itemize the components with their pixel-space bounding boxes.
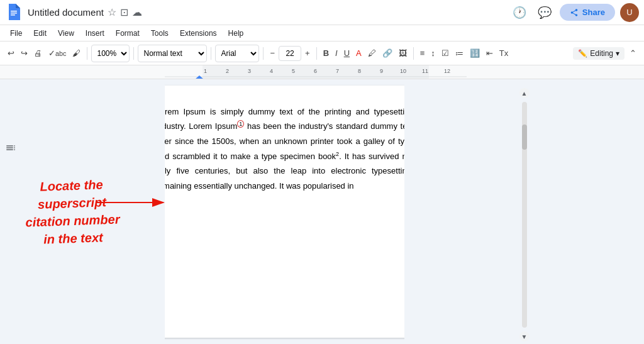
- svg-text:2: 2: [226, 68, 229, 74]
- sep4: [263, 47, 264, 60]
- doc-title[interactable]: Untitled document: [28, 7, 104, 18]
- link-button[interactable]: 🔗: [380, 45, 395, 62]
- svg-rect-3: [11, 14, 15, 16]
- redo-button[interactable]: ↪: [18, 45, 30, 62]
- menu-insert[interactable]: Insert: [80, 28, 109, 39]
- scrollbar-track[interactable]: [522, 102, 527, 328]
- menu-format[interactable]: Format: [111, 28, 145, 39]
- title-actions: ☆ ⊡ ☁: [108, 6, 142, 18]
- italic-button[interactable]: I: [333, 45, 340, 62]
- menu-view[interactable]: View: [53, 28, 79, 39]
- clear-format-button[interactable]: Tx: [497, 45, 511, 62]
- image-button[interactable]: 🖼: [396, 45, 409, 62]
- cloud-icon[interactable]: ☁: [132, 6, 142, 18]
- paint-format-button[interactable]: 🖌: [70, 45, 83, 62]
- document-page[interactable]: Lorem Ipsum is simply dummy text of the …: [165, 86, 404, 338]
- outline-toggle[interactable]: [5, 142, 16, 156]
- font-size-decrease-button[interactable]: −: [267, 45, 277, 62]
- sep6: [413, 47, 414, 60]
- sep2: [133, 47, 134, 60]
- svg-text:9: 9: [380, 68, 383, 74]
- indent-decrease-button[interactable]: ⇤: [484, 45, 496, 62]
- bullet-list-button[interactable]: ≔: [453, 45, 466, 62]
- svg-text:12: 12: [444, 68, 450, 74]
- svg-rect-1: [11, 11, 17, 12]
- svg-text:7: 7: [336, 68, 339, 74]
- highlight-button[interactable]: 🖊: [365, 45, 379, 62]
- bold-button[interactable]: B: [321, 45, 331, 62]
- share-label: Share: [582, 8, 605, 17]
- main-content: Locate the superscript citation number i…: [0, 79, 644, 344]
- document-text: Lorem Ipsum is simply dummy text of the …: [165, 104, 404, 193]
- ruler: // rendered via inline marks below 1 2 3…: [0, 65, 644, 79]
- svg-text:4: 4: [270, 68, 273, 74]
- svg-text:6: 6: [314, 68, 317, 74]
- svg-text:1: 1: [204, 68, 207, 74]
- undo-button[interactable]: ↩: [5, 45, 17, 62]
- text-color-button[interactable]: A: [353, 45, 364, 62]
- menu-help[interactable]: Help: [223, 28, 249, 39]
- spellcheck-button[interactable]: ✓abc: [46, 45, 69, 62]
- toolbar: ↩ ↪ 🖨 ✓abc 🖌 100% Normal text Arial − 22…: [0, 42, 644, 65]
- docs-icon: [5, 3, 23, 23]
- share-button[interactable]: Share: [560, 4, 615, 21]
- menu-file[interactable]: File: [5, 28, 27, 39]
- editing-mode-chevron: ▾: [616, 49, 619, 58]
- svg-text:10: 10: [400, 68, 406, 74]
- svg-text:11: 11: [422, 68, 428, 74]
- checklist-button[interactable]: ☑: [439, 45, 452, 62]
- menu-edit[interactable]: Edit: [28, 28, 52, 39]
- menu-extensions[interactable]: Extensions: [175, 28, 222, 39]
- save-status-icon[interactable]: ⊡: [120, 6, 128, 18]
- title-bar: Untitled document ☆ ⊡ ☁ 🕐 💬 Share U: [0, 0, 644, 25]
- sep3: [211, 47, 211, 60]
- citation-2: 2: [336, 151, 339, 157]
- user-avatar[interactable]: U: [620, 3, 639, 22]
- pencil-icon: ✏️: [578, 49, 587, 58]
- history-button[interactable]: 🕐: [509, 3, 530, 23]
- font-size-display: 22: [279, 46, 301, 61]
- svg-text:8: 8: [358, 68, 361, 74]
- left-margin: Locate the superscript citation number i…: [0, 79, 165, 344]
- scroll-up-button[interactable]: ▲: [519, 88, 530, 98]
- scrollbar-thumb[interactable]: [522, 125, 527, 150]
- zoom-select[interactable]: 100%: [91, 45, 130, 62]
- svg-rect-2: [11, 13, 17, 14]
- citation-1: 1: [237, 120, 244, 128]
- sep1: [87, 47, 87, 60]
- ruler-svg: // rendered via inline marks below 1 2 3…: [165, 65, 467, 79]
- header-right: 🕐 💬 Share U: [509, 3, 639, 23]
- star-icon[interactable]: ☆: [108, 6, 116, 18]
- style-select[interactable]: Normal text: [138, 45, 207, 62]
- right-scroll-area: ▲ ▼: [404, 79, 644, 344]
- editing-mode-selector[interactable]: ✏️ Editing ▾: [573, 47, 625, 60]
- collapse-toolbar-button[interactable]: ⌃: [627, 45, 639, 62]
- font-size-increase-button[interactable]: +: [303, 45, 313, 62]
- annotation-arrow: [96, 193, 171, 212]
- menu-bar: File Edit View Insert Format Tools Exten…: [0, 25, 644, 42]
- menu-tools[interactable]: Tools: [146, 28, 174, 39]
- chat-button[interactable]: 💬: [535, 3, 555, 23]
- numbered-list-button[interactable]: 🔢: [467, 45, 482, 62]
- underline-button[interactable]: U: [341, 45, 352, 62]
- svg-text:3: 3: [248, 68, 251, 74]
- scroll-down-button[interactable]: ▼: [519, 331, 530, 341]
- svg-text:5: 5: [292, 68, 295, 74]
- sep5: [316, 47, 317, 60]
- editing-mode-label: Editing: [590, 49, 613, 58]
- font-select[interactable]: Arial: [215, 45, 259, 62]
- align-button[interactable]: ≡: [418, 45, 428, 62]
- annotation-line4: in the text: [26, 228, 121, 248]
- print-button[interactable]: 🖨: [31, 45, 45, 62]
- line-spacing-button[interactable]: ↕: [428, 45, 438, 62]
